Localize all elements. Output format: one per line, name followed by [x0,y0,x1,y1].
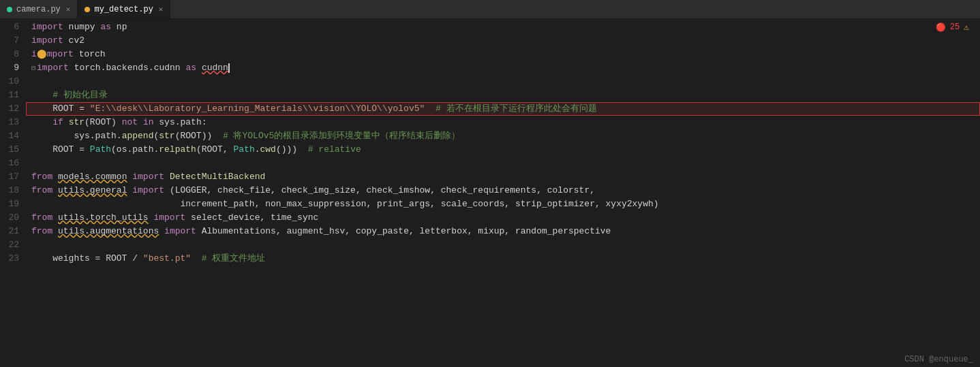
code-line-10 [26,75,980,89]
code-line-22 [26,238,980,252]
code-line-7: import cv2 [26,34,980,48]
tab-camera-dot [7,7,12,12]
credit-text: CSDN @enqueue_ [904,355,973,364]
code-line-17: from models.common import DetectMultiBac… [26,170,980,184]
code-line-13: if str(ROOT) not in sys.path: [26,116,980,129]
code-line-11: # 初始化目录 [26,89,980,102]
tab-bar: camera.py ✕ my_detect.py ✕ [0,0,980,19]
line-num-6: 6 [0,20,19,34]
code-line-14: sys.path.append(str(ROOT)) # 将YOLOv5的根目录… [26,129,980,143]
tab-camera-label: camera.py [16,5,61,14]
line-num-18: 18 [0,184,19,197]
code-line-9: ⊟import torch.backends.cudnn as cudnn [26,61,980,75]
code-line-20: from utils.torch_utils import select_dev… [26,211,980,225]
code-line-23: weights = ROOT / "best.pt" # 权重文件地址 [26,252,980,266]
code-line-8: i⬤mport torch [26,48,980,61]
line-num-19: 19 [0,197,19,211]
tab-my-detect-label: my_detect.py [94,5,153,14]
code-line-12: ROOT = "E:\\desk\\Laboratory_Learning_Ma… [26,102,980,116]
line-num-21: 21 [0,225,19,238]
tab-my-detect[interactable]: my_detect.py ✕ [78,0,170,18]
code-line-15: ROOT = Path(os.path.relpath(ROOT, Path.c… [26,143,980,157]
tab-my-detect-dot [85,7,90,12]
tab-my-detect-close[interactable]: ✕ [159,5,164,14]
line-num-9: 9 [0,61,19,75]
line-num-8: 8 [0,48,19,61]
line-num-7: 7 [0,34,19,48]
line-num-12: 12 [0,102,19,116]
editor-area: 6 7 8 9 10 11 12 13 14 15 16 17 18 19 20… [0,19,980,367]
line-num-22: 22 [0,238,19,252]
code-line-16 [26,157,980,170]
tab-camera-close[interactable]: ✕ [66,5,71,14]
line-num-14: 14 [0,129,19,143]
tab-camera[interactable]: camera.py ✕ [0,0,78,18]
code-area[interactable]: 🔴 25 ⚠ import numpy as np import cv2 i⬤m… [26,19,980,367]
code-line-19: increment_path, non_max_suppression, pri… [26,197,980,211]
code-line-18: from utils.general import (LOGGER, check… [26,184,980,197]
code-line-21: from utils.augmentations import Albument… [26,225,980,238]
line-num-16: 16 [0,157,19,170]
line-num-23: 23 [0,252,19,266]
line-num-13: 13 [0,116,19,129]
line-num-20: 20 [0,211,19,225]
line-numbers: 6 7 8 9 10 11 12 13 14 15 16 17 18 19 20… [0,19,26,367]
line-num-11: 11 [0,89,19,102]
line-num-10: 10 [0,75,19,89]
line-num-15: 15 [0,143,19,157]
code-line-6: import numpy as np [26,20,980,34]
line-num-17: 17 [0,170,19,184]
